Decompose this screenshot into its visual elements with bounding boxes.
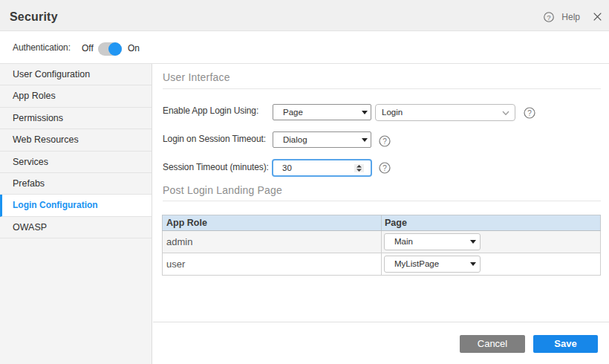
svg-text:?: ? bbox=[527, 109, 532, 117]
svg-text:?: ? bbox=[382, 164, 387, 172]
svg-text:?: ? bbox=[382, 137, 387, 146]
svg-text:?: ? bbox=[547, 13, 551, 22]
